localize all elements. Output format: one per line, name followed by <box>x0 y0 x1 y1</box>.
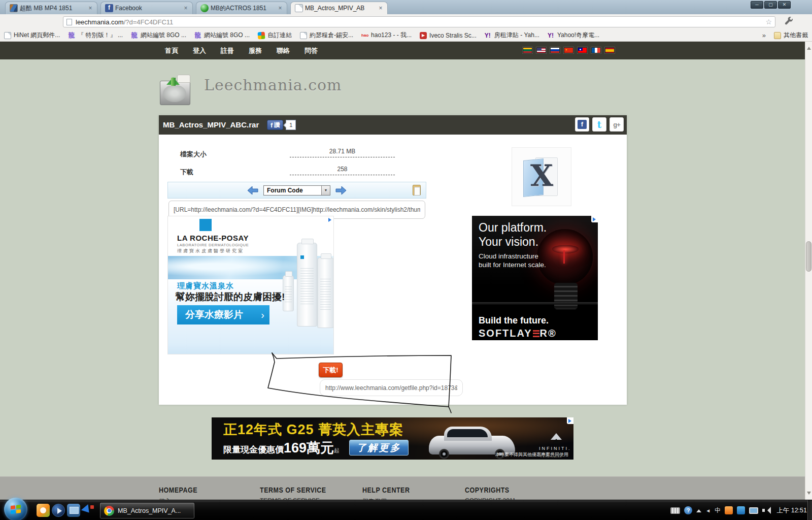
close-icon[interactable]: × <box>277 5 284 12</box>
address-bar[interactable]: leechmania.com/?d=4FC4DFC11 ☆ <box>63 16 775 27</box>
tab-2[interactable]: Facebook × <box>100 2 193 14</box>
ad-disclaimer: 本專案不得與其他優惠專案共同使用 <box>495 451 568 458</box>
purple-site-icon <box>131 32 138 39</box>
download-url-box[interactable] <box>320 379 463 396</box>
bookmarks-overflow-chevron[interactable]: » <box>762 31 766 39</box>
spray-bottle-large <box>297 243 317 327</box>
scroll-up-icon[interactable] <box>807 45 811 50</box>
nav-faq[interactable]: 問答 <box>304 46 318 55</box>
nav-contact[interactable]: 聯絡 <box>277 46 290 55</box>
tab-4-active[interactable]: MB_Actros_MPIV_AB × <box>290 2 388 14</box>
ad-line2: Your vision. <box>479 235 538 249</box>
maximize-button[interactable]: ▢ <box>764 1 777 9</box>
bookmark-iveco[interactable]: Iveco Stralis Sc... <box>420 32 477 39</box>
nav-home[interactable]: 首頁 <box>165 46 178 55</box>
tab-1[interactable]: 超酷 MB MP4 1851 × <box>5 2 97 14</box>
close-window-button[interactable]: ✕ <box>778 1 791 9</box>
tab-3[interactable]: MB的ACTROS 1851 × <box>196 2 287 14</box>
ad-brand: INFINITI. <box>539 446 571 451</box>
copy-clipboard-icon[interactable] <box>413 185 421 196</box>
purple-site-icon <box>68 32 75 39</box>
file-thumbnail: X <box>512 147 571 206</box>
nav-register[interactable]: 註冊 <box>221 46 234 55</box>
folder-icon <box>774 32 781 39</box>
wrench-menu-icon[interactable] <box>784 16 795 28</box>
download-button[interactable]: 下載! <box>319 363 343 377</box>
share-twitter-button[interactable] <box>592 117 606 132</box>
desktop-app-icon[interactable] <box>67 504 80 517</box>
like-button[interactable]: 讚 <box>267 120 283 130</box>
bookmark-yahoo[interactable]: Yahoo!奇摩電... <box>548 31 599 40</box>
nav-login[interactable]: 登入 <box>193 46 206 55</box>
bookmark-special[interactable]: 『 特別版！』 ... <box>68 31 123 40</box>
close-icon[interactable]: × <box>377 5 384 12</box>
flag-china-icon[interactable] <box>564 47 573 53</box>
file-panel: MB_Actros_MPIV_ABC.rar 讚 1 檔案大小 28.71 MB… <box>159 115 627 405</box>
flag-russia-icon[interactable] <box>550 47 560 53</box>
ad-softlayer[interactable]: Our platform. Your vision. Cloud infrast… <box>472 216 598 340</box>
scrollbar-thumb[interactable] <box>806 241 811 272</box>
tray-app-blue-icon[interactable] <box>737 506 745 514</box>
footer-heading: HOMEPAGE <box>159 486 197 494</box>
close-icon[interactable]: × <box>87 5 94 12</box>
next-code-arrow-icon[interactable] <box>335 186 347 195</box>
minimize-button[interactable]: ─ <box>751 1 763 9</box>
start-button[interactable] <box>4 498 27 520</box>
bookmark-hinet[interactable]: HiNet 網頁郵件... <box>4 31 60 40</box>
chevron-down-icon[interactable] <box>321 186 330 195</box>
ime-language-icon[interactable] <box>715 506 721 515</box>
help-icon[interactable] <box>684 506 692 514</box>
flag-spain-icon[interactable] <box>605 47 615 53</box>
flag-lithuania-icon[interactable] <box>523 47 532 53</box>
bookmark-joseph[interactable]: 約瑟糧倉-錫安... <box>300 31 353 40</box>
tray-app-orange-icon[interactable] <box>725 506 733 514</box>
volume-icon[interactable] <box>762 507 770 514</box>
quicklaunch-app-icon[interactable] <box>37 504 50 517</box>
ime-arrow-icon[interactable] <box>705 508 710 513</box>
tray-expand-icon[interactable] <box>696 507 701 512</box>
bookmark-custom-link[interactable]: 自訂連結 <box>258 31 292 40</box>
adchoices-icon[interactable] <box>327 216 333 223</box>
bookmark-star-icon[interactable]: ☆ <box>765 18 772 26</box>
flag-taiwan-icon[interactable] <box>578 47 587 53</box>
flag-france-icon[interactable] <box>591 47 601 53</box>
keyboard-icon[interactable] <box>670 507 680 514</box>
messenger-arrow-icon[interactable] <box>82 504 95 517</box>
code-type-select[interactable]: Forum Code <box>263 185 330 196</box>
chrome-task-button[interactable]: MB_Actros_MPIV_A... <box>99 502 195 519</box>
bookmark-8go-1[interactable]: 網站編號 8GO ... <box>131 31 186 40</box>
facebook-icon <box>105 4 113 12</box>
nav-services[interactable]: 服務 <box>249 46 262 55</box>
adchoices-icon[interactable] <box>567 417 573 424</box>
scroll-down-icon[interactable] <box>807 492 811 497</box>
ad-line3: Cloud infrastructure <box>479 252 538 260</box>
network-monitor-icon[interactable] <box>749 507 758 514</box>
site-logo-folder-icon[interactable] <box>160 71 192 106</box>
site-title[interactable]: Leechmania.com <box>204 76 342 94</box>
ad-price: 限量現金優惠價169萬元起 <box>223 439 340 457</box>
prev-code-arrow-icon[interactable] <box>247 186 258 195</box>
ad-laroche-posay[interactable]: LA ROCHE-POSAY LABORATOIRE DERMATOLOGIQU… <box>167 216 334 354</box>
footer-heading: TERMS OF SERVICE <box>260 486 326 494</box>
hao123-icon <box>361 32 368 39</box>
bookmark-8go-2[interactable]: 網站編號 8GO ... <box>194 31 250 40</box>
ad-infiniti-g25[interactable]: 正12年式 G25 菁英入主專案 限量現金優惠價169萬元起 了解更多 INFI… <box>212 417 573 460</box>
lightbulb-image <box>537 229 593 285</box>
ad-cta-button[interactable]: 了解更多 <box>349 440 409 456</box>
adchoices-icon[interactable] <box>591 216 598 222</box>
clock[interactable]: 上午 12:51 <box>776 506 807 515</box>
close-icon[interactable]: × <box>182 5 189 12</box>
media-player-icon[interactable] <box>52 504 65 517</box>
show-desktop-button[interactable] <box>807 500 812 520</box>
ad-cta-button[interactable]: 分享水療影片› <box>177 305 269 324</box>
site-nav-links: 首頁 登入 註冊 服務 聯絡 問答 <box>165 42 318 59</box>
share-facebook-button[interactable] <box>575 117 589 132</box>
code-selector-bar: Forum Code <box>167 182 426 199</box>
ad-brand-cn: 理膚寶水皮膚醫學研究室 <box>177 248 244 254</box>
flag-usa-icon[interactable] <box>536 47 546 53</box>
bookmark-rent-yahoo[interactable]: 房租津貼 - Yah... <box>485 31 539 40</box>
other-bookmarks-folder[interactable]: 其他書籤 <box>774 31 808 40</box>
share-more-button[interactable] <box>610 117 624 132</box>
bookmark-hao123[interactable]: hao123 - - 我... <box>361 31 412 40</box>
page-scrollbar[interactable] <box>805 42 812 500</box>
